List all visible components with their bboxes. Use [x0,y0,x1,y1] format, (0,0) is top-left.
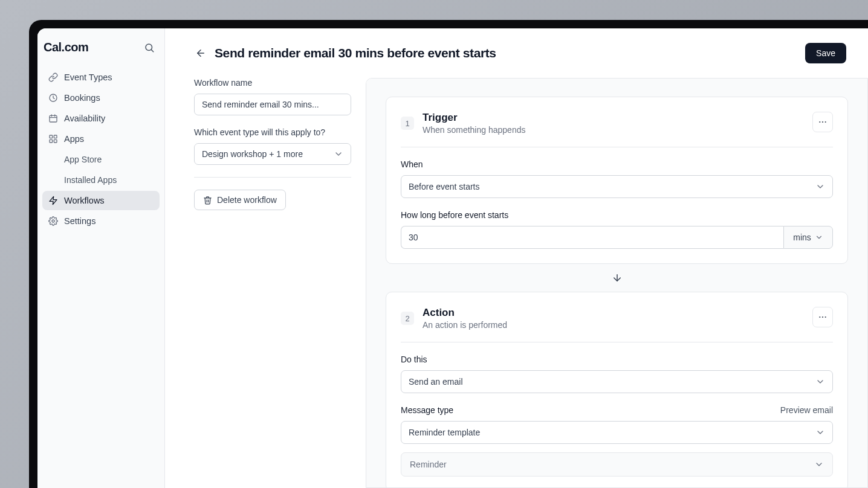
sidebar-item-label: Availability [64,114,105,123]
calendar-icon [48,114,58,123]
select-value: Send an email [409,377,463,387]
clock-icon [48,93,58,103]
when-select[interactable]: Before event starts [401,175,833,198]
preview-email-link[interactable]: Preview email [780,405,833,415]
select-value: Design workshop + 1 more [202,149,303,159]
message-type-label: Message type [401,405,453,415]
howlong-input[interactable]: 30 [401,226,783,249]
svg-point-0 [146,44,152,51]
step-number: 1 [401,117,414,130]
sidebar-item-settings[interactable]: Settings [42,211,160,231]
svg-point-12 [52,220,54,222]
step-number: 2 [401,312,414,325]
chevron-down-icon [815,182,825,191]
svg-point-16 [825,121,826,123]
select-value: Reminder [410,460,447,469]
sidebar-item-installed-apps[interactable]: Installed Apps [42,170,160,190]
workflow-name-label: Workflow name [194,78,351,88]
zap-icon [48,196,58,205]
do-label: Do this [401,355,833,364]
sidebar-item-workflows[interactable]: Workflows [42,191,160,210]
select-value: Before event starts [409,182,480,191]
gear-icon [48,216,58,226]
sidebar: Cal.com Event Types Bookings Availabilit… [37,28,165,488]
svg-point-18 [819,316,820,318]
unit-value: mins [793,233,811,242]
more-icon [818,117,828,127]
flow-arrow [386,264,848,292]
svg-line-1 [151,50,153,51]
search-icon[interactable] [144,42,155,53]
page-title: Send reminder email 30 mins before event… [215,46,496,60]
event-type-select[interactable]: Design workshop + 1 more [194,143,351,165]
svg-point-20 [825,316,826,318]
more-icon [818,312,828,322]
trigger-card: 1 Trigger When something happends [386,97,848,264]
trigger-more-button[interactable] [812,112,833,132]
event-type-label: Which event type will this apply to? [194,127,351,137]
select-value: Reminder template [409,428,480,437]
save-button[interactable]: Save [805,43,846,63]
do-select[interactable]: Send an email [401,370,833,393]
svg-rect-9 [50,140,53,143]
sidebar-item-availability[interactable]: Availability [42,109,160,128]
action-card: 2 Action An action is performed [386,292,848,488]
svg-rect-7 [50,135,53,138]
delete-workflow-button[interactable]: Delete workflow [194,190,286,210]
when-label: When [401,159,833,169]
svg-rect-3 [50,115,57,122]
sidebar-item-app-store[interactable]: App Store [42,150,160,169]
back-icon[interactable] [195,48,206,59]
sidebar-item-event-types[interactable]: Event Types [42,68,160,87]
sidebar-item-label: Apps [64,134,84,144]
sidebar-item-label: App Store [64,155,102,164]
main: Send reminder email 30 mins before event… [165,28,868,488]
sidebar-item-label: Installed Apps [64,175,117,185]
workflow-name-input[interactable]: Send reminder email 30 mins... [194,94,351,115]
action-title: Action [423,307,507,319]
sidebar-item-apps[interactable]: Apps [42,129,160,149]
sidebar-item-label: Settings [64,216,96,226]
svg-marker-11 [50,196,57,204]
sidebar-item-label: Workflows [64,196,105,205]
trash-icon [203,196,212,205]
svg-rect-8 [54,135,57,138]
chevron-down-icon [815,233,823,242]
svg-point-19 [822,316,823,318]
delete-label: Delete workflow [217,195,277,205]
grid-icon [48,134,58,144]
sidebar-item-bookings[interactable]: Bookings [42,88,160,108]
action-more-button[interactable] [812,307,833,327]
message-type-select[interactable]: Reminder template [401,421,833,444]
arrow-down-icon [612,272,623,283]
trigger-subtitle: When something happends [423,125,525,135]
divider [194,177,351,178]
reminder-select[interactable]: Reminder [401,452,833,477]
trigger-title: Trigger [423,112,525,124]
unit-select[interactable]: mins [783,226,833,249]
svg-rect-10 [54,140,57,143]
chevron-down-icon [334,149,343,159]
link-icon [48,72,58,82]
chevron-down-icon [815,428,825,437]
brand-logo: Cal.com [44,40,88,54]
action-subtitle: An action is performed [423,320,507,330]
svg-point-15 [822,121,823,123]
svg-point-14 [819,121,820,123]
chevron-down-icon [815,377,825,387]
sidebar-item-label: Bookings [64,93,100,103]
howlong-label: How long before event starts [401,210,833,220]
chevron-down-icon [814,460,824,469]
sidebar-item-label: Event Types [64,72,112,82]
